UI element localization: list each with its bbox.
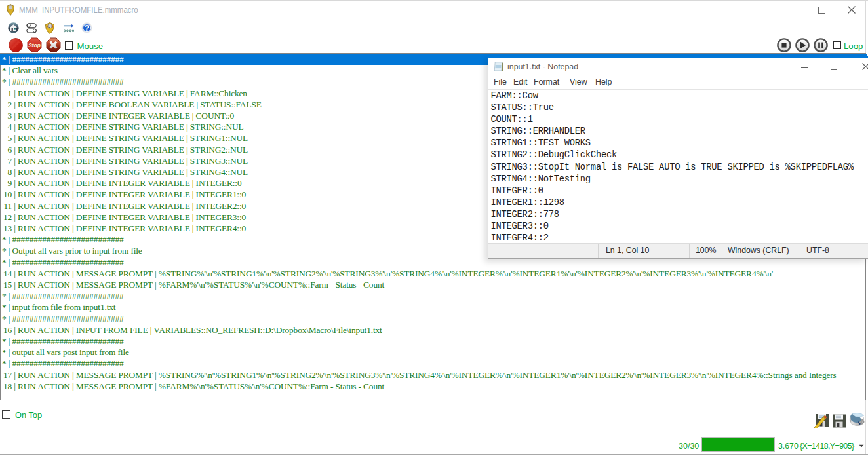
svg-text:?: ? [85, 24, 89, 33]
svg-text:Stop: Stop [28, 42, 41, 48]
